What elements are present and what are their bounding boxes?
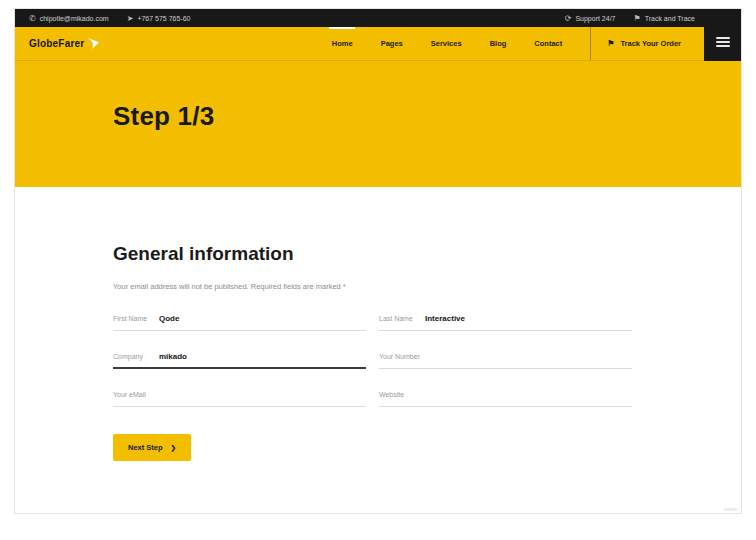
topbar-support-text: Support 24/7 (575, 15, 615, 22)
your-email-field: Your eMail (113, 390, 366, 407)
website-input[interactable] (425, 390, 632, 399)
first-name-input[interactable] (159, 314, 366, 323)
nav-item-services[interactable]: Services (429, 27, 464, 60)
company-label: Company (113, 353, 159, 360)
topbar-email[interactable]: ✆ chipotle@mikado.com (29, 14, 109, 23)
website-label: Website (379, 391, 425, 398)
topbar-email-text: chipotle@mikado.com (40, 15, 109, 22)
page: ✆ chipotle@mikado.com ➤ +767 575 765-60 … (14, 8, 742, 514)
next-step-button[interactable]: Next Step ❯ (113, 434, 191, 461)
last-name-label: Last Name (379, 315, 425, 322)
support-icon: ⟳ (565, 14, 572, 23)
your-email-label: Your eMail (113, 391, 159, 398)
website-field: Website (379, 390, 632, 407)
company-input[interactable] (159, 352, 366, 361)
chevron-right-icon: ❯ (171, 444, 176, 452)
topbar-links-group: ⟳ Support 24/7 ⚑ Track and Trace (565, 14, 695, 23)
hamburger-menu-button[interactable] (704, 9, 741, 61)
section-note: Your email address will not be published… (113, 282, 643, 291)
paper-plane-icon: ➤ (127, 14, 134, 23)
your-number-input[interactable] (425, 352, 632, 361)
your-email-input[interactable] (159, 390, 366, 399)
your-number-field: Your Number (379, 352, 632, 369)
main-nav: Home Pages Services Blog Contact (330, 27, 564, 60)
nav-item-pages[interactable]: Pages (379, 27, 405, 60)
nav-item-home[interactable]: Home (330, 27, 355, 60)
hamburger-icon (716, 37, 730, 47)
logo-text: GlobeFarer (29, 38, 84, 49)
navbar: GlobeFarer Home Pages Services Blog Cont… (15, 27, 741, 61)
topbar-phone-text: +767 575 765-60 (137, 15, 190, 22)
section-title: General information (113, 243, 643, 265)
nav-item-contact[interactable]: Contact (532, 27, 564, 60)
first-name-label: First Name (113, 315, 159, 322)
last-name-input[interactable] (425, 314, 632, 323)
track-your-order-button[interactable]: ⚑ Track Your Order (590, 27, 699, 60)
phone-icon: ✆ (29, 14, 36, 23)
hero-banner: Step 1/3 (15, 61, 741, 187)
horizontal-scrollbar-thumb[interactable] (724, 508, 738, 511)
topbar: ✆ chipotle@mikado.com ➤ +767 575 765-60 … (15, 9, 741, 27)
your-number-label: Your Number (379, 353, 425, 360)
general-info-form: First Name Last Name Company Your Number… (113, 314, 643, 407)
topbar-track-trace[interactable]: ⚑ Track and Trace (634, 14, 696, 23)
topbar-support[interactable]: ⟳ Support 24/7 (565, 14, 616, 23)
track-your-order-label: Track Your Order (620, 39, 681, 48)
last-name-field: Last Name (379, 314, 632, 331)
topbar-phone[interactable]: ➤ +767 575 765-60 (127, 14, 191, 23)
topbar-track-trace-text: Track and Trace (645, 15, 695, 22)
topbar-contact-group: ✆ chipotle@mikado.com ➤ +767 575 765-60 (29, 14, 191, 23)
nav-item-blog[interactable]: Blog (488, 27, 509, 60)
flag-icon: ⚑ (607, 39, 614, 48)
page-title: Step 1/3 (113, 101, 741, 132)
logo-arrow-icon (87, 37, 100, 50)
next-step-label: Next Step (128, 443, 163, 452)
content: General information Your email address w… (15, 187, 741, 461)
first-name-field: First Name (113, 314, 366, 331)
company-field: Company (113, 352, 366, 369)
flag-icon: ⚑ (634, 14, 641, 23)
logo[interactable]: GlobeFarer (29, 37, 100, 50)
